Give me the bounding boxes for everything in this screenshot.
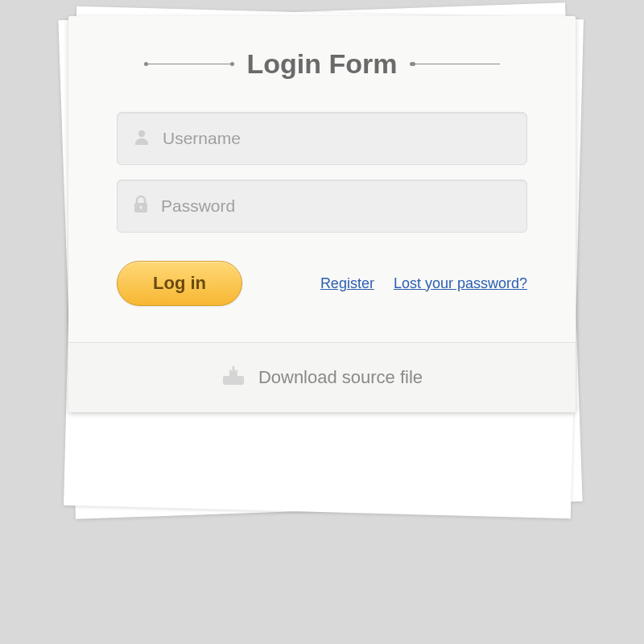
download-footer[interactable]: Download source file [68, 342, 576, 412]
svg-rect-3 [140, 207, 142, 209]
register-link[interactable]: Register [320, 275, 374, 292]
title-row: Login Form [117, 48, 527, 80]
login-card: Login Form [68, 16, 576, 412]
username-field-wrap[interactable] [117, 112, 527, 165]
password-input[interactable] [161, 196, 512, 216]
lock-icon [132, 195, 150, 217]
download-icon [221, 365, 246, 390]
page-title: Login Form [247, 48, 398, 80]
divider-line [144, 64, 233, 64]
login-button[interactable]: Log in [117, 261, 242, 306]
user-icon [132, 127, 151, 150]
lost-password-link[interactable]: Lost your password? [394, 275, 527, 292]
download-label: Download source file [258, 367, 423, 388]
username-input[interactable] [163, 129, 512, 148]
svg-point-0 [138, 130, 145, 137]
divider-line [411, 64, 500, 64]
password-field-wrap[interactable] [117, 180, 527, 233]
